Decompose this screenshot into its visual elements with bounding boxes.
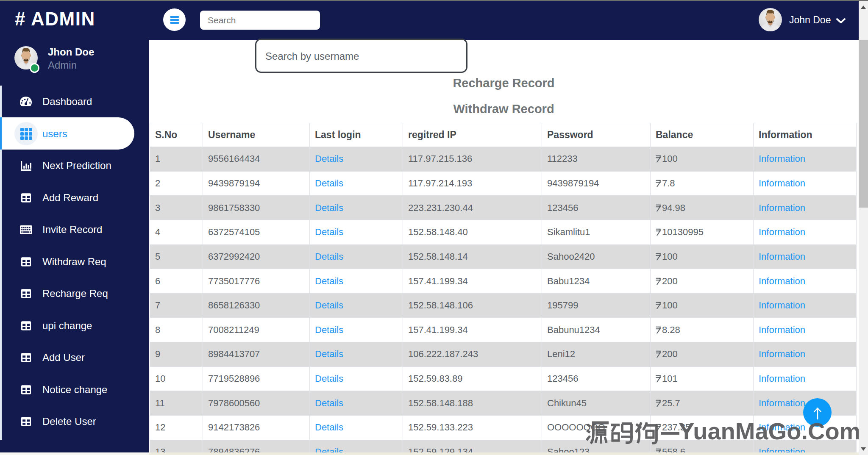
svg-text:YuanMaGo.Com: YuanMaGo.Com <box>679 421 860 444</box>
